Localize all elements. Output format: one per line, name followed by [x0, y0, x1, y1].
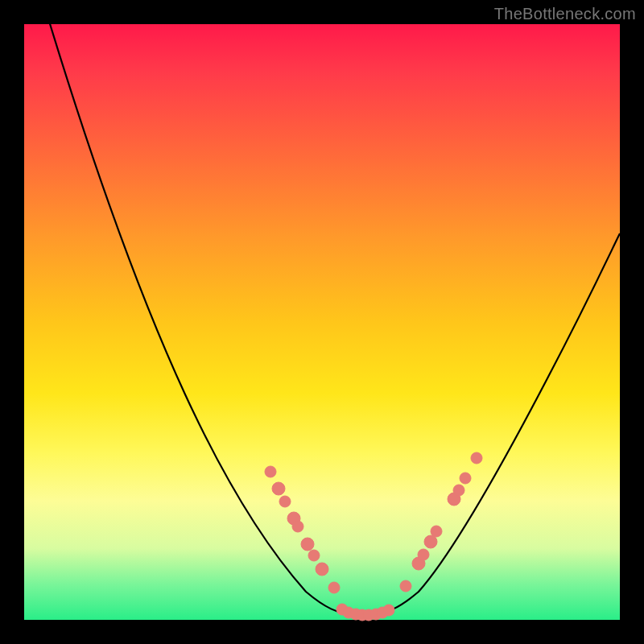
data-marker	[400, 580, 411, 592]
watermark-text: TheBottleneck.com	[494, 5, 636, 23]
data-marker	[383, 605, 394, 616]
data-marker	[460, 473, 471, 484]
data-marker	[418, 549, 429, 560]
markers-group	[265, 452, 482, 621]
chart-frame	[24, 24, 620, 620]
data-marker	[453, 485, 464, 496]
data-marker	[265, 466, 276, 477]
data-marker	[279, 496, 291, 507]
data-marker	[424, 535, 437, 548]
curve-right-curve	[362, 233, 620, 616]
data-marker	[272, 482, 285, 495]
chart-svg	[24, 24, 620, 620]
data-marker	[431, 526, 442, 537]
curve-left-curve	[40, 0, 362, 616]
data-marker	[316, 563, 328, 576]
data-marker	[471, 452, 482, 464]
data-marker	[292, 521, 303, 532]
data-marker	[328, 582, 340, 593]
data-marker	[301, 538, 314, 551]
data-marker	[308, 550, 320, 561]
curves-group	[40, 0, 620, 616]
